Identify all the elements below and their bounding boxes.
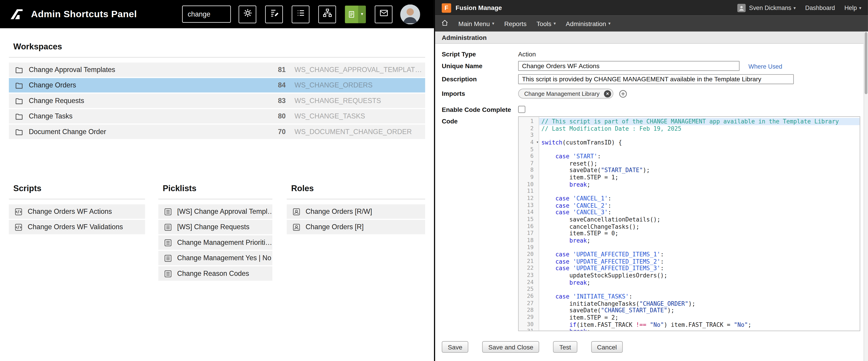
line-number: 18 xyxy=(519,237,538,244)
script-item[interactable]: Change Orders WF Validations xyxy=(9,220,145,234)
role-item[interactable]: Change Orders [R/W] xyxy=(287,204,425,219)
scrollbar-thumb[interactable] xyxy=(865,32,867,94)
right-panel-scrollbar[interactable] xyxy=(864,31,868,361)
caret-down-icon[interactable]: ▾ xyxy=(358,5,366,23)
line-number: 3 xyxy=(519,132,538,139)
role-icon xyxy=(287,207,306,216)
code-editor[interactable]: 1234▾56789101112131415161718192021222324… xyxy=(518,116,860,331)
workspace-count: 84 xyxy=(260,81,285,89)
line-number: 10 xyxy=(519,181,538,188)
save-button[interactable]: Save xyxy=(442,341,468,353)
workspace-row[interactable]: Document Change Order 70 WS_DOCUMENT_CHA… xyxy=(9,125,425,139)
picklists-column: Picklists [WS] Change Approval Templ… [W… xyxy=(158,183,272,282)
nav-reports[interactable]: Reports xyxy=(504,20,526,27)
line-number: 13 xyxy=(519,202,538,209)
picklist-item[interactable]: Change Management Prioriti… xyxy=(158,235,272,250)
screen: Admin Shortcuts Panel xyxy=(0,0,868,361)
workspace-row[interactable]: Change Requests 83 WS_CHANGE_REQUESTS xyxy=(9,93,425,108)
search-input[interactable] xyxy=(183,10,230,18)
fusion-logo-icon: F xyxy=(442,3,451,12)
script-label: Change Orders WF Validations xyxy=(28,223,123,231)
script-item[interactable]: Change Orders WF Actions xyxy=(9,204,145,219)
line-number: 1 xyxy=(519,118,538,125)
line-number: 27 xyxy=(519,300,538,307)
test-button[interactable]: Test xyxy=(553,341,577,353)
nav-tools[interactable]: Tools▾ xyxy=(536,20,556,27)
picklist-item[interactable]: [WS] Change Requests xyxy=(158,220,272,234)
user-name: Sven Dickmans xyxy=(749,4,791,11)
left-app-content: Workspaces Change Approval Templates 81 … xyxy=(0,28,434,282)
plus-circle-icon xyxy=(619,90,627,100)
dashboard-link[interactable]: Dashboard xyxy=(805,4,835,11)
code-line: break; xyxy=(539,279,860,286)
code-line: ​ xyxy=(539,188,860,195)
picklist-label: Change Management Yes | No xyxy=(177,254,271,262)
workflow-button[interactable] xyxy=(318,5,336,23)
workspace-row[interactable]: Change Tasks 80 WS_CHANGE_TASKS xyxy=(9,109,425,124)
section-divider xyxy=(9,199,145,199)
folder-icon xyxy=(9,97,29,105)
script-label: Change Orders WF Actions xyxy=(28,208,112,215)
code-line: ​ xyxy=(539,146,860,153)
document-icon[interactable] xyxy=(345,5,358,23)
workspace-label: Change Tasks xyxy=(29,112,260,120)
code-line: case 'INITIATE_TASKS': xyxy=(539,293,860,300)
fusion-top-bar: F Fusion Manage Sven Dickmans ▾ Dashboar… xyxy=(435,0,868,16)
nav-administration[interactable]: Administration▾ xyxy=(566,20,611,27)
home-icon xyxy=(441,20,448,28)
enable-code-complete-checkbox[interactable] xyxy=(518,106,525,113)
quick-create-split-button[interactable]: ▾ xyxy=(345,5,366,23)
nav-main-menu[interactable]: Main Menu▾ xyxy=(459,20,494,27)
workspaces-heading: Workspaces xyxy=(13,41,425,52)
cancel-button[interactable]: Cancel xyxy=(591,341,623,353)
user-avatar[interactable] xyxy=(400,4,420,24)
fusion-brand: Fusion Manage xyxy=(456,4,502,11)
picklists-button[interactable] xyxy=(292,5,309,23)
enable-code-complete-label: Enable Code Complete xyxy=(442,104,518,113)
scripts-button[interactable] xyxy=(265,5,283,23)
code-line: initiateChangeTasks("CHANGE_ORDER"); xyxy=(539,300,860,307)
role-icon xyxy=(287,223,306,231)
role-item[interactable]: Change Orders [R] xyxy=(287,220,425,234)
left-app-title: Admin Shortcuts Panel xyxy=(31,9,137,20)
workspace-label: Document Change Order xyxy=(29,128,260,136)
help-menu[interactable]: Help ▾ xyxy=(844,4,862,11)
workspace-count: 81 xyxy=(260,66,285,73)
line-number: 30 xyxy=(519,321,538,328)
picklist-icon xyxy=(158,270,177,278)
description-input[interactable] xyxy=(518,74,794,84)
roles-column: Roles Change Orders [R/W] Change Orders … xyxy=(287,183,425,282)
picklist-item[interactable]: [WS] Change Approval Templ… xyxy=(158,204,272,219)
home-button[interactable] xyxy=(441,20,448,28)
where-used-link[interactable]: Where Used xyxy=(748,61,782,70)
picklist-item[interactable]: Change Reason Codes xyxy=(158,266,272,281)
add-import-button[interactable] xyxy=(619,90,627,100)
picklist-label: [WS] Change Requests xyxy=(177,223,249,231)
script-icon xyxy=(9,207,28,216)
workspace-row-selected[interactable]: Change Orders 84 WS_CHANGE_ORDERS xyxy=(9,78,425,93)
save-and-close-button[interactable]: Save and Close xyxy=(482,341,539,353)
unique-name-input[interactable] xyxy=(518,61,740,71)
code-gutter: 1234▾56789101112131415161718192021222324… xyxy=(519,117,539,331)
picklist-item[interactable]: Change Management Yes | No xyxy=(158,251,272,265)
fold-caret-icon[interactable]: ▾ xyxy=(536,139,538,146)
section-divider xyxy=(9,57,425,58)
caret-down-icon: ▾ xyxy=(859,5,862,10)
left-app-header: Admin Shortcuts Panel xyxy=(0,0,434,28)
workspace-label: Change Orders xyxy=(29,81,260,89)
import-chip[interactable]: Change Management Library × xyxy=(518,89,614,98)
user-menu[interactable]: Sven Dickmans ▾ xyxy=(737,4,796,12)
code-area[interactable]: // This script is part of the CHANGE MAN… xyxy=(539,117,860,331)
fusion-manage-panel: F Fusion Manage Sven Dickmans ▾ Dashboar… xyxy=(434,0,868,361)
code-line: switch(customTransID) { xyxy=(539,139,860,146)
mail-button[interactable] xyxy=(375,5,392,23)
workspace-label: Change Requests xyxy=(29,97,260,104)
settings-button[interactable] xyxy=(239,5,256,23)
line-number: 5 xyxy=(519,146,538,153)
search-box xyxy=(182,5,231,23)
workspace-code: WS_CHANGE_APPROVAL_TEMPLAT… xyxy=(286,66,425,73)
line-number: 12 xyxy=(519,195,538,202)
remove-import-icon[interactable]: × xyxy=(604,90,611,97)
workspace-row[interactable]: Change Approval Templates 81 WS_CHANGE_A… xyxy=(9,62,425,77)
line-number: 28 xyxy=(519,307,538,314)
